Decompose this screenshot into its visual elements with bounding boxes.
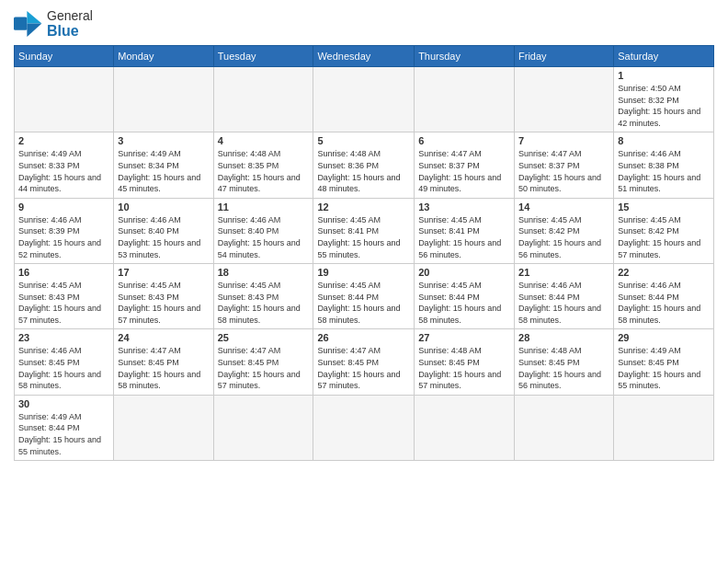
day-number: 23 xyxy=(18,332,109,343)
calendar-cell: 1Sunrise: 4:50 AM Sunset: 8:32 PM Daylig… xyxy=(614,66,714,132)
calendar-cell: 19Sunrise: 4:45 AM Sunset: 8:44 PM Dayli… xyxy=(313,264,415,329)
day-number: 15 xyxy=(618,201,710,213)
calendar-cell: 22Sunrise: 4:46 AM Sunset: 8:44 PM Dayli… xyxy=(614,264,714,329)
day-number: 2 xyxy=(18,135,109,146)
calendar-cell: 5Sunrise: 4:48 AM Sunset: 8:36 PM Daylig… xyxy=(313,132,415,198)
day-header-sunday: Sunday xyxy=(15,45,114,66)
day-number: 9 xyxy=(18,201,109,213)
calendar-cell xyxy=(313,395,415,460)
calendar-week-1: 1Sunrise: 4:50 AM Sunset: 8:32 PM Daylig… xyxy=(15,66,714,132)
day-number: 18 xyxy=(218,267,310,278)
calendar-cell: 4Sunrise: 4:48 AM Sunset: 8:35 PM Daylig… xyxy=(213,132,313,198)
day-number: 17 xyxy=(118,267,209,278)
day-number: 6 xyxy=(418,135,510,146)
day-number: 1 xyxy=(618,70,710,81)
day-number: 22 xyxy=(618,267,710,278)
calendar-cell xyxy=(213,395,313,460)
calendar-cell: 15Sunrise: 4:45 AM Sunset: 8:42 PM Dayli… xyxy=(614,198,714,263)
day-number: 5 xyxy=(317,135,410,146)
calendar-cell xyxy=(114,66,213,132)
calendar-cell xyxy=(114,395,213,460)
day-number: 20 xyxy=(418,267,510,278)
calendar-cell xyxy=(313,66,415,132)
calendar-cell: 30Sunrise: 4:49 AM Sunset: 8:44 PM Dayli… xyxy=(15,395,114,460)
calendar-cell: 27Sunrise: 4:48 AM Sunset: 8:45 PM Dayli… xyxy=(415,329,515,395)
day-number: 21 xyxy=(518,267,609,278)
day-info: Sunrise: 4:46 AM Sunset: 8:39 PM Dayligh… xyxy=(18,214,109,260)
day-number: 29 xyxy=(618,332,710,343)
calendar-cell: 6Sunrise: 4:47 AM Sunset: 8:37 PM Daylig… xyxy=(415,132,515,198)
day-info: Sunrise: 4:45 AM Sunset: 8:43 PM Dayligh… xyxy=(118,280,209,326)
calendar-cell xyxy=(614,395,714,460)
day-number: 26 xyxy=(317,332,410,343)
day-number: 16 xyxy=(18,267,109,278)
day-info: Sunrise: 4:47 AM Sunset: 8:37 PM Dayligh… xyxy=(418,148,510,194)
day-info: Sunrise: 4:45 AM Sunset: 8:42 PM Dayligh… xyxy=(518,214,609,260)
day-info: Sunrise: 4:48 AM Sunset: 8:36 PM Dayligh… xyxy=(317,148,410,194)
calendar-cell xyxy=(15,66,114,132)
calendar-week-6: 30Sunrise: 4:49 AM Sunset: 8:44 PM Dayli… xyxy=(15,395,714,460)
day-info: Sunrise: 4:48 AM Sunset: 8:35 PM Dayligh… xyxy=(218,148,310,194)
calendar-cell: 26Sunrise: 4:47 AM Sunset: 8:45 PM Dayli… xyxy=(313,329,415,395)
day-header-tuesday: Tuesday xyxy=(213,45,313,66)
calendar-cell: 9Sunrise: 4:46 AM Sunset: 8:39 PM Daylig… xyxy=(15,198,114,263)
calendar-cell: 17Sunrise: 4:45 AM Sunset: 8:43 PM Dayli… xyxy=(114,264,213,329)
day-header-wednesday: Wednesday xyxy=(313,45,415,66)
day-info: Sunrise: 4:46 AM Sunset: 8:44 PM Dayligh… xyxy=(518,280,609,326)
calendar-cell: 28Sunrise: 4:48 AM Sunset: 8:45 PM Dayli… xyxy=(515,329,614,395)
calendar-cell xyxy=(213,66,313,132)
day-info: Sunrise: 4:46 AM Sunset: 8:40 PM Dayligh… xyxy=(118,214,209,260)
day-number: 13 xyxy=(418,201,510,213)
day-info: Sunrise: 4:47 AM Sunset: 8:45 PM Dayligh… xyxy=(218,345,310,391)
day-header-friday: Friday xyxy=(515,45,614,66)
calendar-cell: 29Sunrise: 4:49 AM Sunset: 8:45 PM Dayli… xyxy=(614,329,714,395)
calendar-cell xyxy=(415,395,515,460)
day-header-saturday: Saturday xyxy=(614,45,714,66)
day-info: Sunrise: 4:46 AM Sunset: 8:44 PM Dayligh… xyxy=(618,280,710,326)
calendar-cell: 23Sunrise: 4:46 AM Sunset: 8:45 PM Dayli… xyxy=(15,329,114,395)
calendar-week-4: 16Sunrise: 4:45 AM Sunset: 8:43 PM Dayli… xyxy=(15,264,714,329)
day-number: 28 xyxy=(518,332,609,343)
day-info: Sunrise: 4:47 AM Sunset: 8:45 PM Dayligh… xyxy=(317,345,410,391)
calendar-cell: 20Sunrise: 4:45 AM Sunset: 8:44 PM Dayli… xyxy=(415,264,515,329)
calendar-cell: 3Sunrise: 4:49 AM Sunset: 8:34 PM Daylig… xyxy=(114,132,213,198)
day-header-monday: Monday xyxy=(114,45,213,66)
day-info: Sunrise: 4:46 AM Sunset: 8:38 PM Dayligh… xyxy=(618,148,710,194)
calendar-cell: 24Sunrise: 4:47 AM Sunset: 8:45 PM Dayli… xyxy=(114,329,213,395)
calendar-week-3: 9Sunrise: 4:46 AM Sunset: 8:39 PM Daylig… xyxy=(15,198,714,263)
day-number: 3 xyxy=(118,135,209,146)
calendar-cell xyxy=(515,66,614,132)
day-info: Sunrise: 4:50 AM Sunset: 8:32 PM Dayligh… xyxy=(618,83,710,129)
calendar-cell: 11Sunrise: 4:46 AM Sunset: 8:40 PM Dayli… xyxy=(213,198,313,263)
logo: General Blue xyxy=(14,9,93,40)
logo-icon xyxy=(14,11,43,37)
calendar-cell: 2Sunrise: 4:49 AM Sunset: 8:33 PM Daylig… xyxy=(15,132,114,198)
day-number: 14 xyxy=(518,201,609,213)
calendar-cell: 21Sunrise: 4:46 AM Sunset: 8:44 PM Dayli… xyxy=(515,264,614,329)
day-info: Sunrise: 4:47 AM Sunset: 8:37 PM Dayligh… xyxy=(518,148,609,194)
day-info: Sunrise: 4:46 AM Sunset: 8:40 PM Dayligh… xyxy=(218,214,310,260)
day-info: Sunrise: 4:49 AM Sunset: 8:45 PM Dayligh… xyxy=(618,345,710,391)
calendar-table: SundayMondayTuesdayWednesdayThursdayFrid… xyxy=(14,45,714,461)
day-number: 24 xyxy=(118,332,209,343)
day-number: 12 xyxy=(317,201,410,213)
day-info: Sunrise: 4:49 AM Sunset: 8:34 PM Dayligh… xyxy=(118,148,209,194)
day-info: Sunrise: 4:45 AM Sunset: 8:43 PM Dayligh… xyxy=(18,280,109,326)
day-info: Sunrise: 4:45 AM Sunset: 8:43 PM Dayligh… xyxy=(218,280,310,326)
calendar-cell: 13Sunrise: 4:45 AM Sunset: 8:41 PM Dayli… xyxy=(415,198,515,263)
day-number: 8 xyxy=(618,135,710,146)
day-info: Sunrise: 4:45 AM Sunset: 8:41 PM Dayligh… xyxy=(317,214,410,260)
day-number: 19 xyxy=(317,267,410,278)
calendar-cell: 16Sunrise: 4:45 AM Sunset: 8:43 PM Dayli… xyxy=(15,264,114,329)
calendar-cell xyxy=(415,66,515,132)
day-info: Sunrise: 4:45 AM Sunset: 8:42 PM Dayligh… xyxy=(618,214,710,260)
day-info: Sunrise: 4:48 AM Sunset: 8:45 PM Dayligh… xyxy=(418,345,510,391)
svg-rect-0 xyxy=(14,17,27,30)
calendar-cell: 10Sunrise: 4:46 AM Sunset: 8:40 PM Dayli… xyxy=(114,198,213,263)
day-header-thursday: Thursday xyxy=(415,45,515,66)
calendar-cell: 14Sunrise: 4:45 AM Sunset: 8:42 PM Dayli… xyxy=(515,198,614,263)
header: General Blue xyxy=(14,9,714,40)
day-number: 25 xyxy=(218,332,310,343)
calendar-cell: 8Sunrise: 4:46 AM Sunset: 8:38 PM Daylig… xyxy=(614,132,714,198)
day-info: Sunrise: 4:49 AM Sunset: 8:44 PM Dayligh… xyxy=(18,411,109,457)
